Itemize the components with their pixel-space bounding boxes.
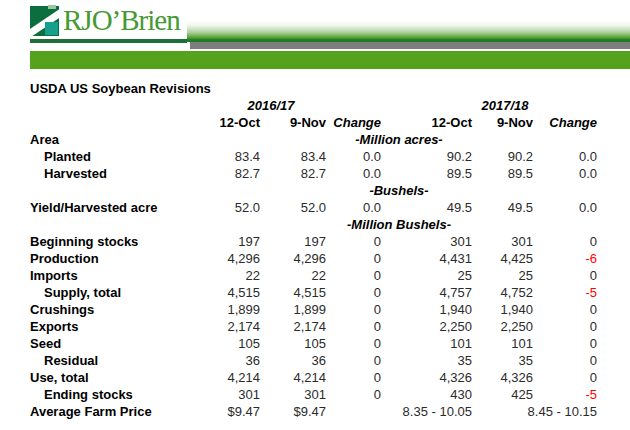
cell-value: 0: [332, 284, 387, 301]
cell-value: 1,940: [387, 301, 478, 318]
cell-value: 89.5: [387, 165, 478, 182]
cell-value: 301: [478, 233, 539, 250]
col-header: 12-Oct: [210, 114, 266, 131]
unit-label: -Million acres-: [332, 131, 478, 148]
cell-value: $9.47: [210, 403, 266, 420]
soybean-revisions-table: 2016/17 2017/18 12-Oct 9-Nov Change 12-O…: [30, 97, 603, 420]
cell-value: 4,296: [210, 250, 266, 267]
cell-value: 90.2: [387, 148, 478, 165]
cell-value: 0: [332, 233, 387, 250]
table-row: Imports 22 22 0 25 25 0: [30, 267, 603, 284]
col-header: 9-Nov: [266, 114, 332, 131]
cell-value: 4,326: [478, 369, 539, 386]
cell-value: 25: [387, 267, 478, 284]
cell-value: 0: [332, 386, 387, 403]
cell-value: 49.5: [478, 199, 539, 216]
cell-value: 49.5: [387, 199, 478, 216]
cell-value: [478, 216, 539, 233]
cell-value: 0.0: [332, 148, 387, 165]
green-banner-bar: [30, 51, 630, 69]
cell-value: [210, 216, 266, 233]
table-row: Harvested 82.7 82.7 0.0 89.5 89.5 0.0: [30, 165, 603, 182]
cell-value: [266, 131, 332, 148]
table-row: -Million Bushels-: [30, 216, 603, 233]
row-label: [30, 216, 210, 233]
cell-value: 0.0: [539, 165, 603, 182]
cell-value: [266, 216, 332, 233]
cell-value: [266, 182, 332, 199]
report-title: USDA US Soybean Revisions: [30, 80, 630, 97]
cell-value: 301: [210, 386, 266, 403]
cell-value: [210, 131, 266, 148]
cell-value: 52.0: [266, 199, 332, 216]
cell-value: 83.4: [266, 148, 332, 165]
cell-value: 89.5: [478, 165, 539, 182]
cell-value: [539, 216, 603, 233]
cell-value: 0: [332, 267, 387, 284]
col-header: 9-Nov: [478, 114, 539, 131]
row-label: Imports: [30, 267, 210, 284]
year-group-2017-18: 2017/18: [482, 97, 529, 114]
rjo-logo: RJO’Brien: [30, 4, 180, 36]
brand-name: RJO’Brien: [63, 4, 180, 36]
cell-value: 0: [539, 267, 603, 284]
row-label: Use, total: [30, 369, 210, 386]
row-label: [30, 182, 210, 199]
table-row-average-farm-price: Average Farm Price $9.47 $9.47 8.35 - 10…: [30, 403, 603, 420]
year-group-header-row: 2016/17 2017/18: [30, 97, 603, 114]
cell-value: 105: [266, 335, 332, 352]
row-label: Harvested: [30, 165, 210, 182]
cell-value: 0.0: [539, 148, 603, 165]
cell-value: -5: [539, 386, 603, 403]
cell-value: 0: [539, 233, 603, 250]
table-row: Ending stocks 301 301 0 430 425 -5: [30, 386, 603, 403]
cell-value: [478, 131, 539, 148]
cell-value: 90.2: [478, 148, 539, 165]
table-row: Crushings 1,899 1,899 0 1,940 1,940 0: [30, 301, 603, 318]
row-label: Area: [30, 131, 210, 148]
cell-value: 36: [266, 352, 332, 369]
row-label: Residual: [30, 352, 210, 369]
cell-value: 2,174: [210, 318, 266, 335]
row-label: Planted: [30, 148, 210, 165]
table-row: Yield/Harvested acre 52.0 52.0 0.0 49.5 …: [30, 199, 603, 216]
cell-value: 4,425: [478, 250, 539, 267]
cell-value: 4,326: [387, 369, 478, 386]
cell-value: 4,214: [210, 369, 266, 386]
cell-value: [539, 131, 603, 148]
cell-value: 2,174: [266, 318, 332, 335]
cell-value: 4,752: [478, 284, 539, 301]
gradient-band: [187, 6, 630, 42]
table-row: Area -Million acres-: [30, 131, 603, 148]
cell-value: 0.0: [332, 165, 387, 182]
table-row: Supply, total 4,515 4,515 0 4,757 4,752 …: [30, 284, 603, 301]
cell-value: 0: [539, 369, 603, 386]
cell-value: 0: [539, 335, 603, 352]
table-row: Production 4,296 4,296 0 4,431 4,425 -6: [30, 250, 603, 267]
cell-value: 0: [539, 352, 603, 369]
cell-value: 425: [478, 386, 539, 403]
cell-value: 4,757: [387, 284, 478, 301]
row-label: Crushings: [30, 301, 210, 318]
table-row-column-headers: 12-Oct 9-Nov Change 12-Oct 9-Nov Change: [30, 114, 603, 131]
cell-value: 0: [332, 369, 387, 386]
cell-value: 0: [539, 301, 603, 318]
unit-label: -Million Bushels-: [332, 216, 478, 233]
cell-value: 4,214: [266, 369, 332, 386]
gray-stripe: [190, 42, 630, 49]
row-label: Yield/Harvested acre: [30, 199, 210, 216]
cell-value: 35: [387, 352, 478, 369]
cell-value: 197: [266, 233, 332, 250]
row-label: Supply, total: [30, 284, 210, 301]
cell-value: 82.7: [210, 165, 266, 182]
table-row: Planted 83.4 83.4 0.0 90.2 90.2 0.0: [30, 148, 603, 165]
cell-value: 83.4: [210, 148, 266, 165]
rjo-logo-icon: [30, 6, 59, 36]
cell-value: 1,940: [478, 301, 539, 318]
table-row: -Bushels-: [30, 182, 603, 199]
cell-value: 0: [539, 318, 603, 335]
cell-value: 1,899: [266, 301, 332, 318]
brand-header: RJO’Brien: [0, 0, 630, 69]
col-header: Change: [332, 114, 387, 131]
col-header: Change: [539, 114, 603, 131]
